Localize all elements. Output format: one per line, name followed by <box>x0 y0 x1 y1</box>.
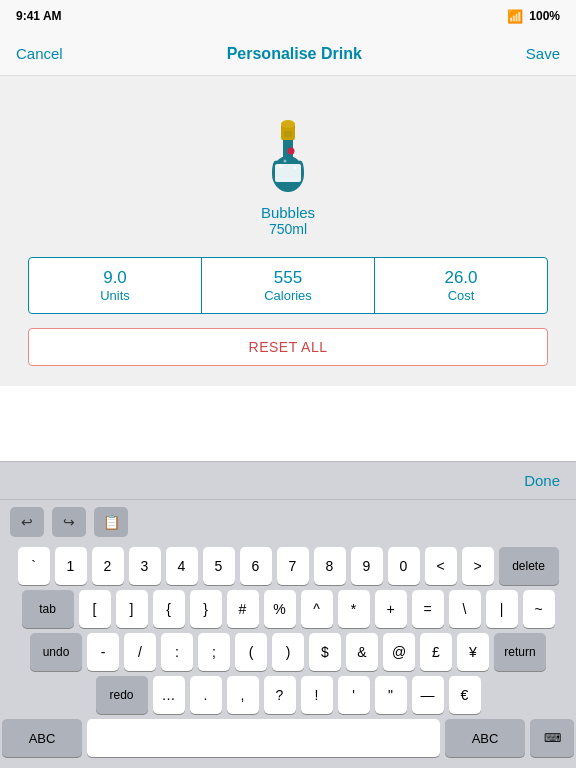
svg-rect-5 <box>275 164 301 182</box>
svg-point-3 <box>281 120 295 128</box>
done-bar: Done <box>0 461 576 499</box>
key-star[interactable]: * <box>338 590 370 628</box>
key-4[interactable]: 4 <box>166 547 198 585</box>
key-5[interactable]: 5 <box>203 547 235 585</box>
key-quote[interactable]: " <box>375 676 407 714</box>
key-space[interactable] <box>87 719 440 757</box>
key-8[interactable]: 8 <box>314 547 346 585</box>
cost-label: Cost <box>383 288 539 303</box>
status-right: 📶 100% <box>507 9 560 24</box>
redo-toolbar-button[interactable]: ↪ <box>52 507 86 537</box>
key-semicolon[interactable]: ; <box>198 633 230 671</box>
stat-calories[interactable]: 555 Calories <box>202 258 375 313</box>
key-undo[interactable]: undo <box>30 633 82 671</box>
stat-cost[interactable]: 26.0 Cost <box>375 258 547 313</box>
content-area: Bubbles 750ml 9.0 Units 555 Calories 26.… <box>0 76 576 461</box>
key-gt[interactable]: > <box>462 547 494 585</box>
key-exclaim[interactable]: ! <box>301 676 333 714</box>
drink-name: Bubbles <box>261 204 315 221</box>
key-3[interactable]: 3 <box>129 547 161 585</box>
svg-point-6 <box>288 148 295 155</box>
key-abc-right[interactable]: ABC <box>445 719 525 757</box>
key-apos[interactable]: ' <box>338 676 370 714</box>
key-pipe[interactable]: | <box>486 590 518 628</box>
key-abc-left[interactable]: ABC <box>2 719 82 757</box>
drink-size: 750ml <box>269 221 307 237</box>
key-caret[interactable]: ^ <box>301 590 333 628</box>
undo-toolbar-button[interactable]: ↩ <box>10 507 44 537</box>
key-slash[interactable]: / <box>124 633 156 671</box>
units-value: 9.0 <box>37 268 193 288</box>
return-key[interactable]: return <box>494 633 546 671</box>
key-at[interactable]: @ <box>383 633 415 671</box>
keyboard-toolbar: ↩ ↪ 📋 <box>0 499 576 543</box>
key-redo[interactable]: redo <box>96 676 148 714</box>
keyboard-row-1: ` 1 2 3 4 5 6 7 8 9 0 < > delete <box>2 547 574 585</box>
reset-all-button[interactable]: RESET ALL <box>28 328 548 366</box>
page-title: Personalise Drink <box>227 45 362 63</box>
key-7[interactable]: 7 <box>277 547 309 585</box>
key-lt[interactable]: < <box>425 547 457 585</box>
svg-point-8 <box>284 160 287 163</box>
key-comma[interactable]: , <box>227 676 259 714</box>
key-percent[interactable]: % <box>264 590 296 628</box>
key-hash[interactable]: # <box>227 590 259 628</box>
key-ellipsis[interactable]: … <box>153 676 185 714</box>
battery-label: 100% <box>529 9 560 23</box>
key-tab[interactable]: tab <box>22 590 74 628</box>
key-plus[interactable]: + <box>375 590 407 628</box>
key-ampersand[interactable]: & <box>346 633 378 671</box>
key-period[interactable]: . <box>190 676 222 714</box>
done-button[interactable]: Done <box>524 472 560 489</box>
key-rparen[interactable]: ) <box>272 633 304 671</box>
key-lparen[interactable]: ( <box>235 633 267 671</box>
clipboard-toolbar-button[interactable]: 📋 <box>94 507 128 537</box>
stats-grid: 9.0 Units 555 Calories 26.0 Cost <box>28 257 548 314</box>
stat-units[interactable]: 9.0 Units <box>29 258 202 313</box>
keyboard-bottom-row: ABC ABC ⌨ <box>2 719 574 757</box>
key-9[interactable]: 9 <box>351 547 383 585</box>
key-tilde[interactable]: ~ <box>523 590 555 628</box>
key-colon[interactable]: : <box>161 633 193 671</box>
key-rbracket[interactable]: ] <box>116 590 148 628</box>
key-lcurly[interactable]: { <box>153 590 185 628</box>
key-rcurly[interactable]: } <box>190 590 222 628</box>
key-yen[interactable]: ¥ <box>457 633 489 671</box>
key-1[interactable]: 1 <box>55 547 87 585</box>
key-backtick[interactable]: ` <box>18 547 50 585</box>
key-equals[interactable]: = <box>412 590 444 628</box>
keyboard-row-2: tab [ ] { } # % ^ * + = \ | ~ <box>2 590 574 628</box>
keyboard-row-4: redo … . , ? ! ' " — € <box>2 676 574 714</box>
cost-value: 26.0 <box>383 268 539 288</box>
app-wrapper: 9:41 AM 📶 100% Cancel Personalise Drink … <box>0 0 576 768</box>
key-lbracket[interactable]: [ <box>79 590 111 628</box>
keyboard-switch-button[interactable]: ⌨ <box>530 719 574 757</box>
drink-image-area: Bubbles 750ml <box>253 96 323 237</box>
key-6[interactable]: 6 <box>240 547 272 585</box>
key-question[interactable]: ? <box>264 676 296 714</box>
delete-key[interactable]: delete <box>499 547 559 585</box>
key-2[interactable]: 2 <box>92 547 124 585</box>
key-minus[interactable]: - <box>87 633 119 671</box>
wifi-icon: 📶 <box>507 9 523 24</box>
units-label: Units <box>37 288 193 303</box>
status-bar: 9:41 AM 📶 100% <box>0 0 576 32</box>
key-pound[interactable]: £ <box>420 633 452 671</box>
svg-point-7 <box>279 164 283 168</box>
keyboard: ` 1 2 3 4 5 6 7 8 9 0 < > delete tab [ ]… <box>0 543 576 768</box>
svg-point-9 <box>294 167 297 170</box>
save-button[interactable]: Save <box>526 45 560 62</box>
calories-label: Calories <box>210 288 366 303</box>
status-time: 9:41 AM <box>16 9 62 23</box>
calories-value: 555 <box>210 268 366 288</box>
nav-bar: Cancel Personalise Drink Save <box>0 32 576 76</box>
white-space <box>0 386 576 461</box>
svg-rect-4 <box>284 131 292 137</box>
key-0[interactable]: 0 <box>388 547 420 585</box>
keyboard-row-3: undo - / : ; ( ) $ & @ £ ¥ return <box>2 633 574 671</box>
key-dollar[interactable]: $ <box>309 633 341 671</box>
key-emdash[interactable]: — <box>412 676 444 714</box>
key-backslash[interactable]: \ <box>449 590 481 628</box>
key-euro[interactable]: € <box>449 676 481 714</box>
cancel-button[interactable]: Cancel <box>16 45 63 62</box>
